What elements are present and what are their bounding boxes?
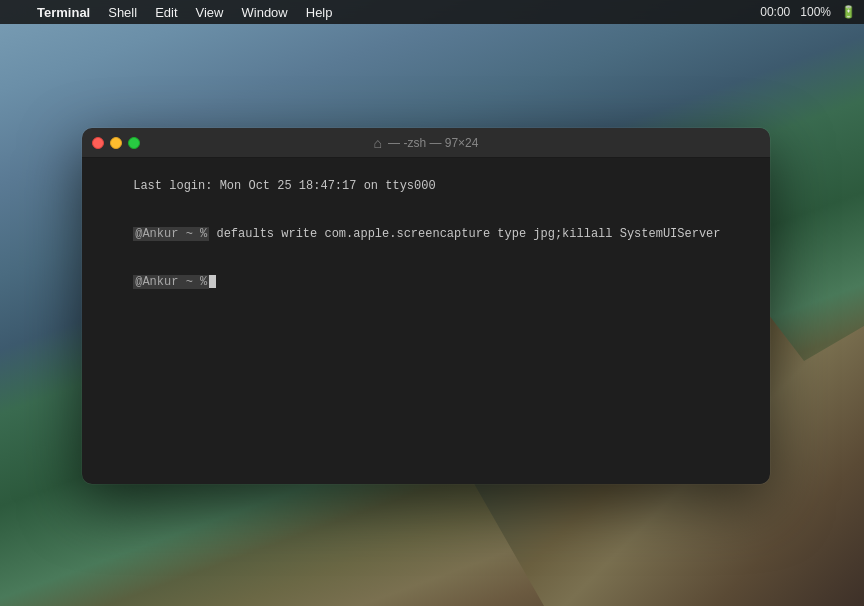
cursor <box>209 275 216 288</box>
terminal-body[interactable]: Last login: Mon Oct 25 18:47:17 on ttys0… <box>82 158 770 484</box>
menubar-app-name[interactable]: Terminal <box>30 3 97 22</box>
menubar-window[interactable]: Window <box>235 3 295 22</box>
command-line-1: @Ankur ~ % defaults write com.apple.scre… <box>90 210 762 258</box>
menubar-right: 00:00 100% 🔋 <box>760 5 856 19</box>
menubar-view[interactable]: View <box>189 3 231 22</box>
menubar-time: 00:00 <box>760 5 790 19</box>
login-line: Last login: Mon Oct 25 18:47:17 on ttys0… <box>90 162 762 210</box>
prompt-user-1: @Ankur ~ % <box>133 227 209 241</box>
menubar: Terminal Shell Edit View Window Help 00:… <box>0 0 864 24</box>
menubar-battery-percent: 100% <box>800 5 831 19</box>
titlebar-text: — -zsh — 97×24 <box>388 136 478 150</box>
traffic-lights <box>92 137 140 149</box>
terminal-window: ⌂ — -zsh — 97×24 Last login: Mon Oct 25 … <box>82 128 770 484</box>
apple-menu[interactable] <box>8 10 22 14</box>
home-icon: ⌂ <box>374 135 382 151</box>
command-text-1: defaults write com.apple.screencapture t… <box>209 227 720 241</box>
prompt-user-2: @Ankur ~ % <box>133 275 209 289</box>
minimize-button[interactable] <box>110 137 122 149</box>
titlebar-title: ⌂ — -zsh — 97×24 <box>374 135 479 151</box>
close-button[interactable] <box>92 137 104 149</box>
maximize-button[interactable] <box>128 137 140 149</box>
menubar-left: Terminal Shell Edit View Window Help <box>8 3 340 22</box>
terminal-titlebar: ⌂ — -zsh — 97×24 <box>82 128 770 158</box>
menubar-battery-icon: 🔋 <box>841 5 856 19</box>
menubar-edit[interactable]: Edit <box>148 3 184 22</box>
menubar-shell[interactable]: Shell <box>101 3 144 22</box>
command-line-2: @Ankur ~ % <box>90 258 762 306</box>
menubar-help[interactable]: Help <box>299 3 340 22</box>
